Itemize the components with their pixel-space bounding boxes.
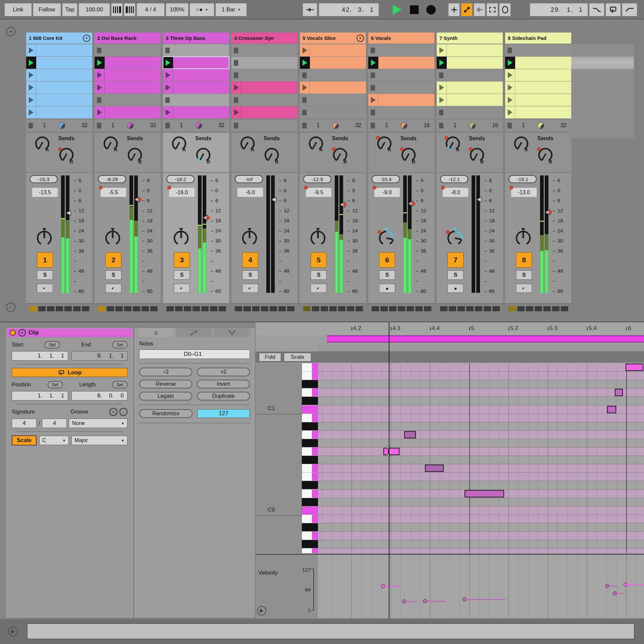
loop-region-bar[interactable] — [327, 335, 644, 342]
clip-launch-button[interactable] — [26, 82, 36, 94]
piano-key-D#1[interactable] — [302, 380, 318, 388]
loop-switch-button[interactable] — [606, 3, 621, 16]
clip-slot[interactable] — [231, 69, 298, 81]
quantization-menu-button[interactable]: 1 Bar▼ — [216, 3, 247, 16]
clip-slot[interactable] — [368, 106, 434, 118]
clip-launch-button[interactable] — [437, 94, 447, 106]
halve-time-button[interactable]: ÷2 — [139, 368, 192, 376]
track-activator-button[interactable]: 7 — [447, 252, 464, 268]
clip-launch-button[interactable] — [300, 44, 310, 56]
volume-field[interactable]: -13.5 — [32, 188, 58, 197]
volume-fader-handle[interactable] — [66, 210, 73, 217]
piano-key-C#1[interactable] — [302, 397, 318, 405]
clip-launch-button[interactable] — [505, 57, 515, 69]
piano-key-A#-1[interactable] — [302, 523, 318, 532]
solo-button[interactable]: S — [174, 270, 190, 280]
clip-launch-button[interactable] — [163, 106, 173, 118]
track-activator-button[interactable]: 3 — [174, 252, 190, 268]
clip-slot[interactable] — [163, 69, 229, 81]
punch-out-button[interactable] — [622, 3, 637, 16]
set-end-button[interactable]: Set — [112, 341, 127, 348]
tab-envelopes[interactable] — [176, 328, 212, 337]
clip-slot[interactable] — [368, 57, 434, 69]
tap-tempo-button[interactable]: Tap — [62, 3, 77, 16]
volume-fader-handle[interactable] — [203, 215, 210, 222]
clip-slot[interactable] — [163, 94, 229, 106]
clip-launch-button[interactable] — [95, 106, 105, 118]
track-header[interactable]: 4 Crossover Syn — [231, 33, 298, 44]
peak-level-display[interactable]: -15.1 — [508, 175, 537, 183]
signature-numerator-field[interactable]: 4 — [12, 419, 37, 428]
volume-field[interactable]: -8.0 — [443, 188, 468, 197]
track-header[interactable]: 1 808 Core Kit▼ — [26, 33, 92, 44]
volume-fader-handle[interactable] — [476, 197, 484, 204]
piano-key-D1[interactable] — [302, 388, 318, 397]
clip-slot[interactable] — [26, 106, 92, 118]
time-signature-display[interactable]: 4 / 4 — [137, 3, 164, 16]
pan-knob[interactable] — [445, 227, 464, 249]
set-position-button[interactable]: Set — [48, 381, 63, 388]
piano-keyboard[interactable] — [302, 363, 318, 553]
clip-launch-button[interactable] — [95, 82, 105, 94]
track-activator-button[interactable]: 5 — [311, 252, 327, 268]
loop-toggle-button[interactable]: Loop — [12, 368, 127, 377]
clip-slot[interactable] — [437, 94, 503, 106]
track-stop-button[interactable] — [234, 123, 238, 128]
clip-slot[interactable] — [163, 57, 229, 69]
pan-knob[interactable] — [35, 227, 54, 249]
play-button[interactable] — [389, 3, 405, 16]
volume-fader-handle[interactable] — [339, 202, 347, 209]
legato-button[interactable]: Legato — [139, 392, 192, 400]
loop-position-field[interactable]: 1. 1. 1 — [12, 391, 68, 400]
track-header[interactable]: 2 Oxi Bass Rack — [95, 33, 161, 44]
pan-knob[interactable] — [172, 227, 191, 249]
session-record-button[interactable] — [499, 3, 511, 16]
loop-start-display[interactable]: 29. 1. 1 — [530, 3, 588, 16]
clip-slot[interactable] — [300, 82, 366, 94]
midi-note-A0[interactable] — [404, 431, 416, 438]
clip-slot[interactable] — [505, 82, 571, 94]
solo-button[interactable]: S — [37, 270, 53, 280]
metronome-button[interactable]: ○●▼ — [190, 3, 214, 16]
volume-fader-handle[interactable] — [545, 209, 552, 217]
groove-select[interactable]: None▼ — [69, 419, 127, 428]
clip-slot[interactable] — [26, 82, 92, 94]
arm-button[interactable]: ◐ — [242, 284, 258, 293]
piano-key-A0[interactable] — [302, 431, 318, 439]
clip-launch-button[interactable] — [368, 57, 378, 69]
piano-key-A-1[interactable] — [302, 532, 318, 540]
follow-playhead-button[interactable] — [303, 3, 317, 16]
note-range-field[interactable]: D0–G1 — [139, 350, 250, 359]
clip-launch-button[interactable] — [26, 44, 36, 56]
piano-key-B-1[interactable] — [302, 515, 318, 523]
clip-slot[interactable] — [95, 94, 161, 106]
reverse-button[interactable]: Reverse — [139, 380, 192, 388]
volume-field[interactable]: -5.5 — [101, 188, 126, 197]
arm-button[interactable]: ● — [379, 284, 395, 293]
velocity-grid[interactable] — [318, 555, 644, 618]
clip-slot[interactable] — [231, 94, 298, 106]
track-stop-button[interactable] — [97, 123, 101, 128]
track-header[interactable]: 7 Synth — [437, 33, 503, 44]
clip-slot[interactable] — [437, 82, 503, 94]
randomize-range-field[interactable]: 127 — [197, 409, 250, 418]
clip-slot[interactable] — [437, 69, 503, 81]
piano-key-C0[interactable] — [302, 506, 318, 515]
piano-key-E1[interactable] — [302, 372, 318, 380]
loop-length-field[interactable]: 8. 0. 0 — [71, 391, 128, 400]
clip-slot[interactable] — [505, 57, 571, 69]
piano-key-F#0[interactable] — [302, 456, 318, 464]
track-stop-button[interactable] — [29, 123, 33, 128]
peak-level-display[interactable]: -15.3 — [30, 175, 58, 183]
crossfade-section-toggle[interactable]: ≈ — [6, 303, 15, 312]
fold-button[interactable]: Fold — [259, 353, 281, 362]
clip-slot[interactable] — [437, 57, 503, 69]
pan-knob[interactable] — [309, 227, 327, 249]
clip-slot[interactable] — [163, 106, 229, 118]
volume-field[interactable]: -9.5 — [306, 188, 331, 197]
re-enable-automation-button[interactable] — [474, 3, 485, 16]
clip-launch-button[interactable] — [231, 106, 241, 118]
piano-key-F0[interactable] — [302, 464, 318, 473]
peak-level-display[interactable]: -10.4 — [372, 175, 400, 183]
note-grid[interactable] — [318, 363, 644, 553]
